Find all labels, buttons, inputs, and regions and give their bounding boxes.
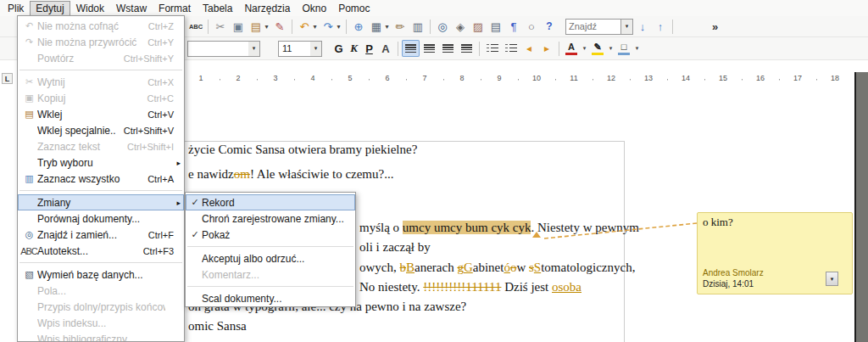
table-icon[interactable]: ▦ <box>368 18 385 35</box>
increase-indent-icon[interactable]: ▸ <box>538 42 555 54</box>
find-replace-icon[interactable]: ◎ <box>434 18 451 35</box>
help-icon[interactable]: ? <box>541 18 558 35</box>
menubar-item-okno[interactable]: Okno <box>296 1 332 16</box>
menu-item-bibliography-entry[interactable]: Wpis bibliograficzny... <box>18 331 184 342</box>
paste-icon[interactable]: ▤ <box>248 18 264 35</box>
caret-down-icon[interactable]: ▾ <box>310 41 322 57</box>
hyperlink-icon[interactable]: ⊕ <box>350 18 367 35</box>
copy-icon[interactable]: ▣ <box>230 18 247 35</box>
menubar-item-wstaw[interactable]: Wstaw <box>110 1 153 16</box>
menubar-item-widok[interactable]: Widok <box>70 1 110 16</box>
toolbar-separator[interactable] <box>346 20 347 34</box>
align-right-button[interactable] <box>439 40 457 57</box>
menubar-item-plik[interactable]: Plik <box>2 1 30 16</box>
menu-item-fields[interactable]: Pola... <box>18 283 184 299</box>
menu-item-cannot-restore[interactable]: ↷ Nie można przywrócić Ctrl+Y <box>18 34 184 50</box>
highlighting-color-button[interactable]: ✎ <box>589 40 606 57</box>
formatting-marks-icon[interactable]: ¶ <box>505 18 522 35</box>
caret-down-icon[interactable]: ▾ <box>581 45 588 52</box>
find-previous-icon[interactable]: ↑ <box>652 18 669 35</box>
redo-icon[interactable]: ↷ <box>320 18 337 35</box>
menu-item-exchange-database[interactable]: ▧ Wymień bazę danych... <box>18 266 184 283</box>
caret-down-icon[interactable]: ▾ <box>311 18 319 35</box>
character-format-icon[interactable]: A <box>377 40 394 57</box>
menubar-item-tabela[interactable]: Tabela <box>197 1 238 16</box>
submenu-item-comment[interactable]: Komentarz... <box>186 266 355 283</box>
gallery-icon[interactable]: ▨ <box>470 18 487 35</box>
zoom-icon[interactable]: ○ <box>523 18 540 35</box>
background-color-button[interactable]: □ <box>615 40 632 57</box>
caret-down-icon[interactable]: ▾ <box>621 19 633 35</box>
find-next-icon[interactable]: ↓ <box>634 18 651 35</box>
caret-down-icon[interactable]: ▾ <box>263 18 270 35</box>
menu-item-autotext[interactable]: ABC Autotekst... Ctrl+F3 <box>18 243 184 259</box>
justify-button[interactable] <box>458 40 476 57</box>
navigator-icon[interactable]: ◈ <box>452 18 469 35</box>
menu-item-find-replace[interactable]: ◎ Znajdź i zamień... Ctrl+F <box>18 227 184 243</box>
font-size-combo[interactable]: 11 ▾ <box>278 41 322 57</box>
submenu-item-record[interactable]: ✓ Rekord <box>186 194 355 210</box>
menu-item-shortcut: Ctrl+F <box>148 230 174 240</box>
submenu-item-protect-changes[interactable]: Chroń zarejestrowane zmiany... <box>186 210 355 227</box>
toolbar-overflow-icon[interactable]: » <box>712 20 718 33</box>
undo-icon[interactable]: ↶ <box>296 18 313 35</box>
tracked-insertion: osoba <box>552 280 581 294</box>
bold-button[interactable]: G <box>331 41 346 57</box>
menu-item-footnote-endnote[interactable]: Przypis dolny/przypis końcowy... <box>18 299 184 315</box>
spellcheck-icon[interactable]: ABC <box>187 18 204 35</box>
font-color-bar <box>565 53 577 55</box>
menu-item-select-text[interactable]: Zaznacz tekst Ctrl+Shift+I <box>18 138 184 154</box>
menubar-item-format[interactable]: Format <box>153 1 197 16</box>
comment-text[interactable]: o kim? <box>703 216 847 229</box>
align-center-button[interactable] <box>420 40 438 57</box>
menubar-item-narzedzia[interactable]: Narzędzia <box>238 1 296 16</box>
menu-item-repeat[interactable]: Powtórz Ctrl+Shift+Y <box>18 50 184 66</box>
italic-button[interactable]: K <box>347 41 361 57</box>
decrease-indent-icon[interactable]: ◂ <box>520 42 537 54</box>
font-color-button[interactable]: A <box>563 40 580 57</box>
caret-down-icon[interactable]: ▾ <box>633 45 641 52</box>
menubar-item-edytuj[interactable]: Edytuj <box>30 1 70 16</box>
align-left-button[interactable] <box>402 40 420 57</box>
menu-item-index-entry[interactable]: Wpis indeksu... <box>18 315 184 331</box>
data-sources-icon[interactable]: ▤ <box>487 18 504 35</box>
find-input[interactable] <box>565 19 621 35</box>
menu-item-changes[interactable]: Zmiany ▸ <box>18 194 184 210</box>
comment-box[interactable]: o kim? Andrea Smolarz Dzisiaj, 14:01 ▾ <box>697 212 853 294</box>
menu-item-shortcut: Ctrl+C <box>147 93 174 104</box>
menu-item-selection-mode[interactable]: Tryb wyboru ▸ <box>18 154 184 171</box>
menu-item-cannot-undo[interactable]: ↶ Nie można cofnąć Ctrl+Z <box>18 18 184 34</box>
underline-button[interactable]: P <box>362 41 376 57</box>
menu-item-label: Wpis indeksu... <box>37 317 165 329</box>
submenu-item-accept-reject[interactable]: Akceptuj albo odrzuć... <box>186 250 355 266</box>
submenu-item-show[interactable]: ✓ Pokaż <box>186 227 355 243</box>
comment-menu-button[interactable]: ▾ <box>826 272 838 286</box>
tracked-deletion: b <box>400 261 407 274</box>
menu-item-shortcut: Ctrl+F3 <box>143 246 174 256</box>
menu-item-select-all[interactable]: ▥ Zaznacz wszystko Ctrl+A <box>18 171 184 187</box>
bullet-list-button[interactable] <box>502 40 520 57</box>
toolbar-separator[interactable] <box>430 20 431 34</box>
tab-stop-selector[interactable]: L <box>2 73 13 84</box>
caret-down-icon[interactable]: ▾ <box>335 18 342 35</box>
menu-item-paste[interactable]: ▤ Wklej Ctrl+V <box>18 106 184 122</box>
menubar-item-pomoc[interactable]: Pomoc <box>332 1 376 16</box>
toolbar-separator[interactable] <box>292 20 292 34</box>
submenu-item-merge-documents[interactable]: Scal dokumenty... <box>186 290 355 306</box>
caret-down-icon[interactable]: ▾ <box>607 45 615 52</box>
menu-item-compare-documents[interactable]: Porównaj dokumenty... <box>18 210 184 227</box>
numbered-list-button[interactable] <box>483 40 501 57</box>
paragraph-style-combo[interactable]: ▾ <box>187 41 260 57</box>
menu-item-label: Kopiuj <box>37 93 139 104</box>
caret-down-icon[interactable]: ▾ <box>383 18 391 35</box>
find-toolbar-combo[interactable]: ▾ <box>565 19 633 35</box>
columns-icon[interactable]: ▥ <box>409 18 426 35</box>
caret-down-icon[interactable]: ▾ <box>248 41 260 57</box>
menu-item-cut[interactable]: ✂ Wytnij Ctrl+X <box>18 74 184 90</box>
clone-formatting-icon[interactable]: ✎ <box>271 18 288 35</box>
menu-item-paste-special[interactable]: Wklej specjalnie... Ctrl+Shift+V <box>18 122 184 138</box>
menu-item-copy[interactable]: ▣ Kopiuj Ctrl+C <box>18 90 184 106</box>
draw-functions-icon[interactable]: ✏ <box>392 18 409 35</box>
toolbar-separator[interactable] <box>208 20 209 34</box>
cut-icon[interactable]: ✂ <box>212 18 229 35</box>
